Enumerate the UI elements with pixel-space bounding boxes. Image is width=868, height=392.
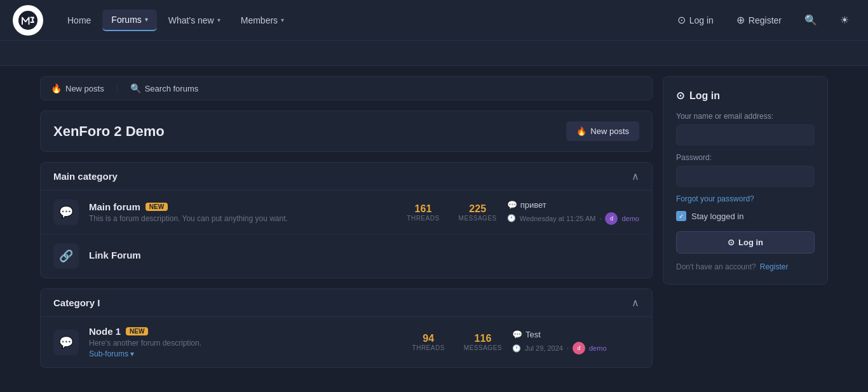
register-link[interactable]: Register [760,262,789,271]
forum-icon-node1: 💬 [53,330,79,355]
register-nav-icon: ⊕ [736,14,745,26]
quick-nav-divider [117,83,118,93]
threads-label-main: THREADS [407,215,439,222]
separator-main: · [599,215,601,222]
forum-desc-main: This is a forum description. You can put… [89,214,397,223]
threads-label-node1: THREADS [412,344,445,351]
category-title-main: Main category [53,171,118,182]
search-nav-button[interactable]: 🔍 [798,10,824,30]
main-content: 🔥 New posts 🔍 Search forums XenForo 2 De… [27,66,841,388]
quick-nav-search-forums[interactable]: 🔍 Search forums [130,83,199,93]
forums-chevron-icon: ▾ [145,16,148,23]
forum-row-node-1: 💬 Node 1 NEW Here's another forum descri… [41,317,652,367]
stat-messages-node1: 116 MESSAGES [464,333,502,351]
top-bar [0,41,868,66]
login-title-icon: ⊙ [676,90,684,102]
nav-right: ⊙ Log in ⊕ Register 🔍 ☀ [671,10,855,30]
latest-meta-main: 🕐 Wednesday at 11:25 AM · d demo [507,212,639,225]
forum-row-link-forum: 🔗 Link Forum [41,234,652,278]
forum-name-row-node1: Node 1 NEW [89,326,402,337]
latest-user-node1: demo [589,344,607,352]
forum-name-node1[interactable]: Node 1 [89,326,121,337]
whats-new-chevron-icon: ▾ [217,17,220,24]
forum-icon-link: 🔗 [53,243,79,269]
latest-meta-node1: 🕐 Jul 29, 2024 · d demo [512,342,639,355]
logo[interactable] [13,5,43,36]
login-submit-icon: ⊙ [728,238,735,247]
category-header-i: Category I ∧ [41,289,652,317]
latest-title-main: 💬 привет [507,200,639,210]
separator-node1: · [567,344,569,352]
latest-message-icon: 💬 [507,200,517,210]
forum-name-row-link: Link Forum [89,250,639,260]
login-password-input[interactable] [676,166,815,187]
category-header-main: Main category ∧ [41,163,652,191]
page-header: XenForo 2 Demo 🔥 New posts [40,111,653,152]
nav-home[interactable]: Home [58,10,100,30]
login-name-input[interactable] [676,125,815,145]
login-submit-button[interactable]: ⊙ Log in [676,231,815,253]
nav-whats-new[interactable]: What's new ▾ [159,10,229,30]
navbar: Home Forums ▾ What's new ▾ Members ▾ ⊙ L… [0,0,868,41]
forum-name-link[interactable]: Link Forum [89,250,141,260]
forum-name-row-main: Main forum NEW [89,201,397,212]
stat-messages-main: 225 MESSAGES [459,203,497,222]
members-chevron-icon: ▾ [281,17,284,24]
search-icon: 🔍 [130,83,141,93]
new-badge-node1: NEW [126,327,148,335]
forum-info-main: Main forum NEW This is a forum descripti… [89,201,397,223]
nav-members[interactable]: Members ▾ [232,10,293,30]
new-posts-flame-icon: 🔥 [576,126,587,136]
login-footer: Don't have an account? Register [676,262,815,271]
forum-desc-node1: Here's another forum description. [89,339,402,348]
category-main-category: Main category ∧ 💬 Main forum NEW This is… [40,162,653,278]
svg-point-0 [18,11,37,30]
avatar-node1-user: d [573,342,585,355]
collapse-main-category-button[interactable]: ∧ [632,170,639,182]
collapse-category-i-button[interactable]: ∧ [632,297,639,309]
quick-nav-new-posts[interactable]: 🔥 New posts [51,83,104,93]
sub-forums-node1[interactable]: Sub-forums ▾ [89,349,402,358]
sub-forums-chevron-icon: ▾ [130,349,134,358]
login-box-title: ⊙ Log in [676,90,815,102]
forum-latest-node1: 💬 Test 🕐 Jul 29, 2024 · d demo [512,330,639,355]
login-password-label: Password: [676,153,815,162]
latest-user-main: demo [621,215,639,222]
quick-nav: 🔥 New posts 🔍 Search forums [40,76,653,100]
login-nav-icon: ⊙ [677,14,686,26]
right-panel: ⊙ Log in Your name or email address: Pas… [663,76,828,378]
messages-label-node1: MESSAGES [464,344,502,351]
search-nav-icon: 🔍 [804,14,817,26]
messages-count-main: 225 [459,203,497,215]
theme-toggle-button[interactable]: ☀ [834,10,855,30]
category-category-i: Category I ∧ 💬 Node 1 NEW Here's another… [40,288,653,368]
page-title: XenForo 2 Demo [53,123,165,140]
latest-title-node1: 💬 Test [512,330,639,339]
forum-name-main[interactable]: Main forum [89,201,140,212]
theme-icon: ☀ [840,14,849,26]
login-name-label: Your name or email address: [676,112,815,121]
forum-stats-main: 161 THREADS 225 MESSAGES [407,203,496,222]
register-nav-button[interactable]: ⊕ Register [730,10,788,30]
forum-info-node1: Node 1 NEW Here's another forum descript… [89,326,402,358]
forgot-password-link[interactable]: Forgot your password? [676,194,815,203]
clock-icon-node1: 🕐 [512,344,521,353]
threads-count-main: 161 [407,203,439,215]
stat-threads-main: 161 THREADS [407,203,439,222]
new-badge-main-forum: NEW [146,203,168,211]
latest-message-icon-node1: 💬 [512,330,522,339]
threads-count-node1: 94 [412,333,445,344]
left-panel: 🔥 New posts 🔍 Search forums XenForo 2 De… [40,76,653,378]
forum-info-link: Link Forum [89,250,639,262]
flame-icon: 🔥 [51,83,62,93]
category-title-i: Category I [53,297,100,308]
forum-row-main-forum: 💬 Main forum NEW This is a forum descrip… [41,191,652,234]
forum-icon-main: 💬 [53,199,79,225]
nav-forums[interactable]: Forums ▾ [102,10,156,31]
new-posts-header-button[interactable]: 🔥 New posts [566,121,639,141]
login-nav-button[interactable]: ⊙ Log in [671,10,720,30]
nav-links: Home Forums ▾ What's new ▾ Members ▾ [58,10,671,31]
stay-logged-checkbox[interactable]: ✓ [676,211,686,221]
clock-icon-main: 🕐 [507,214,516,222]
avatar-main-user: d [605,212,618,225]
